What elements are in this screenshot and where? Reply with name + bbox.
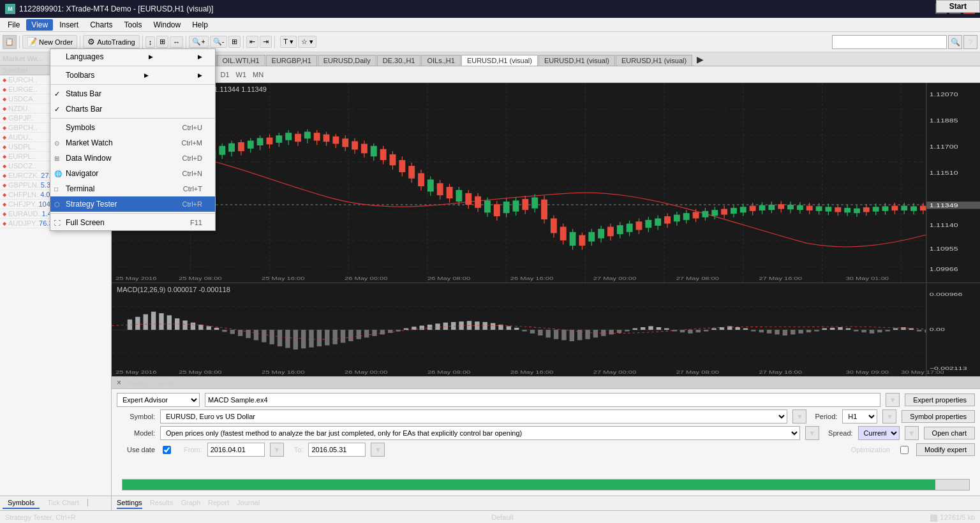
svg-rect-312 xyxy=(822,328,827,329)
menu-item-window[interactable]: Window xyxy=(149,19,186,31)
symbol-select[interactable]: EURUSD, Euro vs US Dollar xyxy=(160,409,787,424)
chart-tab-eurusd-visual-1[interactable]: EURUSD,H1 (visual) xyxy=(461,55,538,66)
dd-item-symbols[interactable]: Symbols Ctrl+U xyxy=(50,120,215,135)
svg-rect-70 xyxy=(361,144,368,153)
svg-rect-237 xyxy=(230,330,235,334)
symbol-label: Symbol: xyxy=(117,413,155,420)
chart-tool-1[interactable]: ↕ xyxy=(145,36,156,48)
menu-item-file[interactable]: File xyxy=(3,19,25,31)
dd-item-terminal[interactable]: □ Terminal Ctrl+T xyxy=(50,181,215,196)
strategy-tester-form: Expert Advisor Indicator Script ▼ Expert… xyxy=(112,389,980,476)
spread-select[interactable]: Current xyxy=(858,426,900,440)
dd-item-data-window[interactable]: ⊞ Data Window Ctrl+D xyxy=(50,151,215,166)
auto-scroll-button[interactable]: ⇥ xyxy=(260,36,272,48)
toolbar-icon-1: 📋 xyxy=(3,35,17,49)
mw-diamond: ◆ xyxy=(3,144,6,150)
svg-rect-228 xyxy=(159,313,163,330)
svg-text:1.11510: 1.11510 xyxy=(930,170,958,175)
tf-mn[interactable]: MN xyxy=(249,70,267,79)
menu-item-help[interactable]: Help xyxy=(187,19,213,31)
search-icon[interactable]: 🔍 xyxy=(948,35,962,49)
grid-button[interactable]: ⊞ xyxy=(228,36,241,48)
svg-text:25 May 16:00: 25 May 16:00 xyxy=(262,369,304,375)
indicator-select[interactable]: ☆ ▾ xyxy=(298,36,316,48)
dd-item-strategy-tester[interactable]: ⬡ Strategy Tester Ctrl+R xyxy=(50,196,215,212)
mw-tab-symbols[interactable]: Symbols xyxy=(3,497,40,509)
model-select[interactable]: Open prices only (fastest method to anal… xyxy=(160,426,800,440)
chart-tab-eurusd-visual-3[interactable]: EURUSD,H1 (visual) xyxy=(616,55,692,66)
expert-properties-button[interactable]: Expert properties xyxy=(905,394,975,406)
autotrading-button[interactable]: ⚙ AutoTrading xyxy=(83,35,140,48)
dd-item-charts-bar[interactable]: ✓ Charts Bar xyxy=(50,101,215,117)
st-tab-report[interactable]: Report xyxy=(208,497,229,509)
svg-text:1.09966: 1.09966 xyxy=(930,266,958,272)
from-date-input[interactable] xyxy=(207,443,265,457)
dd-item-toolbars[interactable]: Toolbars ▶ xyxy=(50,68,215,83)
chart-tab-eurgbp[interactable]: EURGBP,H1 xyxy=(266,55,317,66)
search-field[interactable] xyxy=(835,38,944,46)
to-date-picker[interactable]: ▼ xyxy=(371,443,385,457)
st-tab-journal[interactable]: Journal xyxy=(237,497,260,509)
dd-item-market-watch[interactable]: ⊙ Market Watch Ctrl+M xyxy=(50,135,215,151)
chart-area: GBPUSD,H4 USDCHF,M1 OIL.WTI,H1 EURGBP,H1… xyxy=(112,52,980,510)
mw-diamond: ◆ xyxy=(3,135,6,140)
from-date-picker[interactable]: ▼ xyxy=(270,443,284,457)
zoom-out-button[interactable]: 🔍- xyxy=(210,36,228,48)
chart-tool-2[interactable]: ⊞ xyxy=(156,36,168,48)
chart-shift-button[interactable]: ⇤ xyxy=(246,36,258,48)
strategy-tester-panel: × Strategy Tester Expert Advisor Indicat… xyxy=(112,376,980,510)
svg-rect-278 xyxy=(554,330,558,339)
spread-dropdown-arrow[interactable]: ▼ xyxy=(905,426,919,440)
svg-rect-66 xyxy=(342,138,348,147)
zoom-in-button[interactable]: 🔍+ xyxy=(189,36,208,48)
model-dropdown-arrow[interactable]: ▼ xyxy=(805,426,819,440)
dd-item-full-screen[interactable]: ⛶ Full Screen F11 xyxy=(50,215,215,230)
dd-item-languages[interactable]: Languages ▶ xyxy=(50,49,215,64)
optimization-checkbox[interactable] xyxy=(900,446,909,454)
menu-item-view[interactable]: View xyxy=(26,19,53,31)
symbol-properties-button[interactable]: Symbol properties xyxy=(902,410,975,423)
mw-tab-tick-chart[interactable]: Tick Chart xyxy=(42,497,84,509)
chart-tab-oils[interactable]: OILs.,H1 xyxy=(421,55,460,66)
st-tab-results[interactable]: Results xyxy=(150,497,174,509)
new-order-button[interactable]: 📝 New Order xyxy=(22,35,77,48)
svg-rect-94 xyxy=(475,196,481,208)
title-bar: M 1122899901: XTrade-MT4 Demo - [EURUSD,… xyxy=(0,0,980,18)
menu-item-charts[interactable]: Charts xyxy=(85,19,117,31)
expert-type-select[interactable]: Expert Advisor Indicator Script xyxy=(117,393,200,407)
dd-item-navigator[interactable]: 🌐 Navigator Ctrl+N xyxy=(50,166,215,181)
svg-rect-303 xyxy=(751,330,755,331)
svg-rect-282 xyxy=(585,330,590,339)
symbol-dropdown-arrow[interactable]: ▼ xyxy=(792,409,806,424)
svg-text:25 May 2016: 25 May 2016 xyxy=(115,276,156,281)
chart-tab-oilwti[interactable]: OIL.WTI,H1 xyxy=(217,55,265,66)
period-select[interactable]: H1M1M5M15M30H4D1 xyxy=(842,409,877,424)
help-button[interactable]: ? xyxy=(963,35,977,49)
chart-tab-eurusd-daily[interactable]: EURUSD,Daily xyxy=(318,55,376,66)
tf-d1[interactable]: D1 xyxy=(218,70,233,79)
dd-item-status-bar[interactable]: ✓ Status Bar xyxy=(50,86,215,101)
open-chart-button[interactable]: Open chart xyxy=(924,427,975,439)
search-input[interactable] xyxy=(832,35,947,49)
template-select[interactable]: T ▾ xyxy=(280,36,297,48)
chart-tab-eurusd-visual-2[interactable]: EURUSD,H1 (visual) xyxy=(538,55,615,66)
tf-w1[interactable]: W1 xyxy=(233,70,250,79)
period-dropdown-arrow[interactable]: ▼ xyxy=(882,409,896,424)
menu-item-insert[interactable]: Insert xyxy=(54,19,84,31)
to-date-input[interactable] xyxy=(308,443,366,457)
st-tab-settings[interactable]: Settings xyxy=(117,497,142,509)
new-order-icon: 📝 xyxy=(27,37,37,47)
autotrading-icon: ⚙ xyxy=(87,37,95,47)
st-tab-graph[interactable]: Graph xyxy=(181,497,200,509)
menu-item-tools[interactable]: Tools xyxy=(119,19,147,31)
chart-tab-de30[interactable]: DE.30.,H1 xyxy=(377,55,421,66)
expert-file-input[interactable] xyxy=(205,393,880,407)
st-close-icon[interactable]: × xyxy=(117,378,121,387)
expert-file-dropdown-arrow[interactable]: ▼ xyxy=(886,393,900,407)
use-date-checkbox[interactable] xyxy=(163,446,171,454)
modify-expert-button[interactable]: Modify expert xyxy=(916,443,975,456)
svg-rect-248 xyxy=(317,330,322,346)
chart-scroll-right[interactable]: ▶ xyxy=(693,53,708,66)
svg-rect-226 xyxy=(143,314,147,330)
chart-tool-3[interactable]: ↔ xyxy=(170,36,183,48)
